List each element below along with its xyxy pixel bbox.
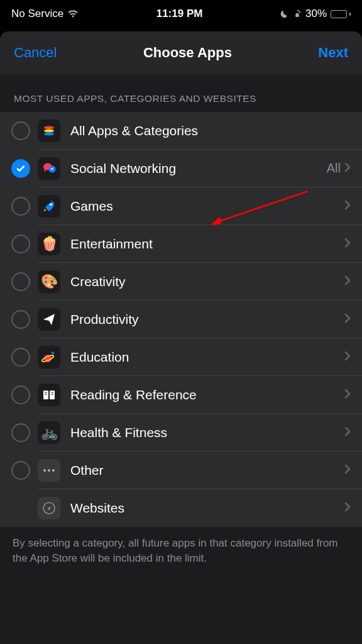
row-education[interactable]: Education bbox=[0, 338, 362, 376]
checkbox-unchecked[interactable] bbox=[11, 310, 30, 329]
chevron-right-icon bbox=[344, 238, 351, 250]
carrier-text: No Service bbox=[11, 8, 63, 20]
row-label: Productivity bbox=[70, 312, 344, 327]
orientation-lock-icon bbox=[293, 9, 302, 18]
row-label: Social Networking bbox=[70, 161, 327, 176]
row-social-networking[interactable]: Social Networking All bbox=[0, 150, 362, 187]
row-productivity[interactable]: Productivity bbox=[0, 301, 362, 338]
chevron-right-icon bbox=[344, 200, 351, 213]
chevron-right-icon bbox=[344, 389, 351, 401]
row-games[interactable]: Games bbox=[0, 187, 362, 225]
checkbox-spacer bbox=[11, 499, 30, 518]
social-icon bbox=[38, 157, 60, 180]
modal-sheet: Cancel Choose Apps Next MOST USED APPS, … bbox=[0, 31, 362, 644]
svg-point-4 bbox=[50, 203, 52, 206]
footer-note: By selecting a category, all future apps… bbox=[0, 527, 362, 581]
svg-rect-9 bbox=[50, 391, 55, 399]
row-label: Health & Fitness bbox=[70, 425, 344, 440]
chevron-right-icon bbox=[344, 162, 351, 175]
checkbox-unchecked[interactable] bbox=[11, 386, 30, 404]
row-entertainment[interactable]: 🍿 Entertainment bbox=[0, 225, 362, 263]
do-not-disturb-icon bbox=[280, 9, 289, 18]
chevron-right-icon bbox=[344, 464, 351, 477]
svg-point-7 bbox=[52, 352, 54, 354]
row-other[interactable]: Other bbox=[0, 452, 362, 489]
planet-icon bbox=[38, 346, 60, 369]
battery-percent-text: 30% bbox=[305, 8, 327, 20]
row-label: Entertainment bbox=[70, 236, 344, 252]
svg-point-15 bbox=[48, 469, 50, 472]
checkbox-unchecked[interactable] bbox=[11, 235, 30, 253]
row-creativity[interactable]: 🎨 Creativity bbox=[0, 263, 362, 301]
row-reading-reference[interactable]: Reading & Reference bbox=[0, 376, 362, 414]
checkbox-unchecked[interactable] bbox=[11, 461, 30, 480]
row-label: Other bbox=[70, 463, 344, 478]
book-icon bbox=[38, 384, 60, 406]
chevron-right-icon bbox=[344, 351, 351, 364]
battery-icon bbox=[331, 10, 351, 18]
checkbox-unchecked[interactable] bbox=[11, 197, 30, 216]
svg-point-0 bbox=[44, 126, 54, 129]
checkbox-unchecked[interactable] bbox=[11, 348, 30, 367]
row-label: Education bbox=[70, 350, 344, 365]
svg-point-1 bbox=[44, 129, 54, 132]
status-bar: No Service 11:19 PM 30% bbox=[0, 0, 362, 28]
row-health-fitness[interactable]: 🚲 Health & Fitness bbox=[0, 414, 362, 452]
checkbox-unchecked[interactable] bbox=[11, 423, 30, 442]
next-button[interactable]: Next bbox=[318, 45, 348, 61]
svg-point-16 bbox=[52, 469, 55, 472]
bicycle-icon: 🚲 bbox=[38, 421, 60, 444]
row-label: Creativity bbox=[70, 274, 344, 289]
row-label: Reading & Reference bbox=[70, 387, 344, 402]
compass-icon bbox=[38, 497, 60, 519]
row-websites[interactable]: Websites bbox=[0, 489, 362, 527]
chevron-right-icon bbox=[344, 502, 351, 514]
row-label: All Apps & Categories bbox=[70, 123, 351, 138]
section-header: MOST USED APPS, CATEGORIES AND WEBSITES bbox=[0, 74, 362, 112]
checkbox-unchecked[interactable] bbox=[11, 272, 30, 291]
chevron-right-icon bbox=[344, 426, 351, 439]
clock-text: 11:19 PM bbox=[156, 8, 203, 20]
chevron-right-icon bbox=[344, 313, 351, 326]
category-list: All Apps & Categories Social Networking … bbox=[0, 112, 362, 527]
row-label: Websites bbox=[70, 501, 344, 516]
ellipsis-icon bbox=[38, 459, 60, 482]
nav-bar: Cancel Choose Apps Next bbox=[0, 31, 362, 74]
row-trail-text: All bbox=[327, 161, 341, 175]
popcorn-icon: 🍿 bbox=[38, 233, 60, 255]
svg-point-2 bbox=[44, 132, 54, 135]
checkbox-checked[interactable] bbox=[11, 159, 30, 178]
svg-point-14 bbox=[43, 469, 46, 472]
cancel-button[interactable]: Cancel bbox=[14, 45, 57, 61]
row-all-apps[interactable]: All Apps & Categories bbox=[0, 112, 362, 150]
rocket-icon bbox=[38, 195, 60, 218]
stack-icon bbox=[38, 119, 60, 142]
row-label: Games bbox=[70, 199, 344, 214]
palette-icon: 🎨 bbox=[38, 270, 60, 293]
page-title: Choose Apps bbox=[143, 45, 232, 61]
wifi-icon bbox=[67, 9, 79, 18]
checkbox-unchecked[interactable] bbox=[11, 121, 30, 140]
chevron-right-icon bbox=[344, 275, 351, 288]
paper-plane-icon bbox=[38, 308, 60, 331]
svg-rect-8 bbox=[43, 391, 48, 399]
